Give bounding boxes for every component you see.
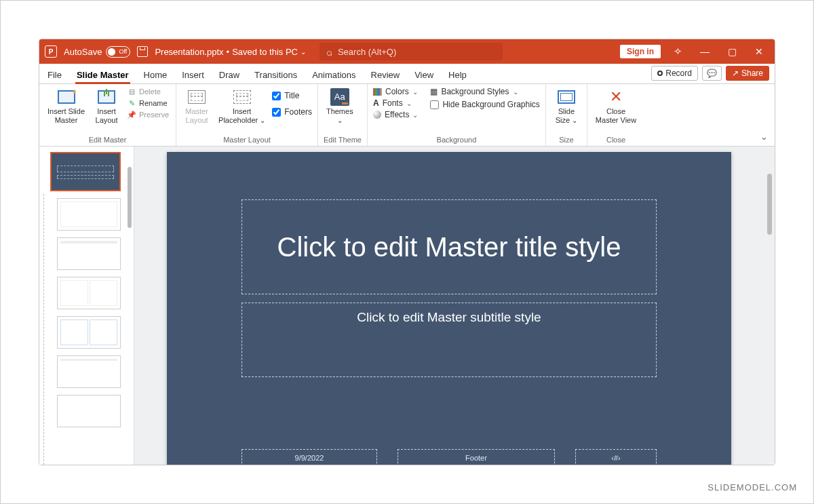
- rename-button[interactable]: ✎Rename: [125, 98, 170, 108]
- thumb-layout-4[interactable]: [57, 316, 121, 349]
- thumb-connector: [43, 194, 44, 465]
- delete-button: ⊟Delete: [125, 87, 170, 96]
- tab-file[interactable]: File: [46, 66, 63, 83]
- title-checkbox-label: Title: [284, 91, 299, 100]
- collapse-ribbon-button[interactable]: ⌄: [760, 132, 768, 142]
- insert-slide-master-button[interactable]: Insert Slide Master: [45, 87, 88, 125]
- share-button[interactable]: ↗Share: [726, 66, 769, 81]
- title-placeholder[interactable]: Click to edit Master title style: [241, 199, 657, 294]
- ribbon-tabs: File Slide Master Home Insert Draw Trans…: [39, 64, 775, 84]
- preserve-label: Preserve: [139, 111, 169, 119]
- slide-size-icon: [558, 90, 575, 104]
- thumb-scrollbar[interactable]: [128, 167, 132, 228]
- footer-placeholder[interactable]: Footer: [398, 449, 555, 465]
- search-box[interactable]: Search (Alt+Q): [319, 43, 503, 60]
- search-placeholder: Search (Alt+Q): [338, 47, 396, 57]
- slide-master-canvas[interactable]: Click to edit Master title style Click t…: [167, 152, 731, 465]
- hide-bg-checkbox-input[interactable]: [430, 100, 439, 109]
- title-checkbox-input[interactable]: [272, 92, 281, 100]
- thumb-line: [57, 175, 114, 179]
- preserve-button: 📌Preserve: [125, 110, 170, 119]
- tab-view[interactable]: View: [413, 66, 435, 83]
- record-label: Record: [665, 69, 692, 78]
- preserve-icon: 📌: [127, 111, 136, 119]
- insert-layout-button[interactable]: Insert Layout: [92, 87, 121, 125]
- effects-label: Effects: [385, 110, 409, 119]
- group-label-edit-theme: Edit Theme: [324, 135, 362, 144]
- autosave-label: AutoSave: [64, 47, 102, 57]
- autosave-control[interactable]: AutoSave Off: [64, 46, 130, 58]
- maximize-button[interactable]: ▢: [722, 46, 742, 57]
- thumbnail-panel[interactable]: [39, 147, 134, 465]
- group-label-edit-master: Edit Master: [45, 135, 170, 144]
- title-checkbox[interactable]: Title: [272, 90, 312, 102]
- close-master-label: Close Master View: [596, 107, 636, 124]
- bg-styles-icon: ▦: [430, 87, 438, 96]
- minimize-button[interactable]: —: [695, 46, 715, 57]
- thumb-layout-2[interactable]: [57, 237, 121, 270]
- master-layout-button: Master Layout: [182, 87, 212, 125]
- rename-icon: ✎: [127, 99, 136, 107]
- comments-button[interactable]: 💬: [702, 66, 722, 81]
- share-icon: ↗: [732, 69, 739, 78]
- thumb-master[interactable]: [50, 152, 121, 191]
- group-background: Colors AFonts Effects ▦Background Styles…: [368, 84, 546, 146]
- document-title[interactable]: Presentation.pptx • Saved to this PC ⌄: [155, 47, 306, 57]
- footers-checkbox[interactable]: Footers: [272, 106, 312, 118]
- tab-help[interactable]: Help: [447, 66, 468, 83]
- save-icon[interactable]: [137, 46, 148, 57]
- group-size: Slide Size ⌄ Size: [546, 84, 587, 146]
- edit-master-small-buttons: ⊟Delete ✎Rename 📌Preserve: [125, 87, 170, 119]
- fonts-button[interactable]: AFonts: [373, 98, 418, 108]
- thumb-layout-3[interactable]: [57, 277, 121, 309]
- slide-size-button[interactable]: Slide Size ⌄: [551, 87, 581, 125]
- tab-slide-master[interactable]: Slide Master: [75, 66, 130, 83]
- footers-checkbox-input[interactable]: [272, 108, 281, 117]
- background-right-column: ▦Background Styles Hide Background Graph…: [430, 87, 539, 111]
- tab-home[interactable]: Home: [142, 66, 169, 83]
- insert-layout-icon: [98, 90, 115, 104]
- insert-slide-master-label: Insert Slide Master: [47, 107, 85, 124]
- coming-soon-icon[interactable]: ✧: [667, 45, 688, 58]
- close-master-view-button[interactable]: ✕ Close Master View: [593, 87, 639, 125]
- effects-button[interactable]: Effects: [373, 110, 418, 119]
- signin-button[interactable]: Sign in: [620, 45, 661, 58]
- master-layout-label: Master Layout: [185, 107, 208, 124]
- tab-animations[interactable]: Animations: [311, 66, 357, 83]
- fonts-icon: A: [373, 98, 379, 108]
- watermark: SLIDEMODEL.COM: [708, 482, 797, 492]
- tab-review[interactable]: Review: [370, 66, 402, 83]
- tab-draw[interactable]: Draw: [218, 66, 241, 83]
- group-edit-master: Insert Slide Master Insert Layout ⊟Delet…: [39, 84, 176, 146]
- hide-bg-checkbox[interactable]: Hide Background Graphics: [430, 98, 539, 111]
- colors-icon: [373, 88, 382, 96]
- thumb-layout-5[interactable]: [57, 355, 121, 388]
- insert-placeholder-button[interactable]: Insert Placeholder ⌄: [216, 87, 268, 125]
- colors-button[interactable]: Colors: [373, 87, 418, 96]
- slide-canvas-area[interactable]: Click to edit Master title style Click t…: [134, 147, 775, 465]
- colors-label: Colors: [385, 87, 409, 96]
- workspace: Click to edit Master title style Click t…: [39, 147, 775, 465]
- thumb-layout-6[interactable]: [57, 395, 121, 427]
- background-styles-button[interactable]: ▦Background Styles: [430, 87, 539, 96]
- layout-checkboxes: Title Footers: [272, 87, 312, 118]
- group-label-background: Background: [373, 135, 540, 144]
- slide-number-placeholder[interactable]: ‹#›: [575, 449, 657, 465]
- autosave-toggle[interactable]: Off: [106, 46, 130, 58]
- hide-bg-label: Hide Background Graphics: [442, 100, 539, 109]
- group-label-master-layout: Master Layout: [182, 135, 312, 144]
- autosave-state: Off: [119, 48, 128, 55]
- record-button[interactable]: Record: [651, 66, 698, 81]
- title-bar: P AutoSave Off Presentation.pptx • Saved…: [39, 39, 775, 64]
- themes-button[interactable]: Aa Themes⌄: [324, 87, 356, 125]
- close-window-button[interactable]: ✕: [749, 46, 769, 57]
- subtitle-placeholder[interactable]: Click to edit Master subtitle style: [241, 303, 657, 377]
- date-placeholder[interactable]: 9/9/2022: [241, 449, 377, 465]
- tab-insert[interactable]: Insert: [180, 66, 206, 83]
- delete-label: Delete: [139, 88, 161, 96]
- thumb-line: [57, 166, 114, 172]
- tab-transitions[interactable]: Transitions: [253, 66, 298, 83]
- canvas-scrollbar[interactable]: [767, 174, 772, 235]
- background-left-column: Colors AFonts Effects: [373, 87, 418, 119]
- thumb-layout-1[interactable]: [57, 198, 121, 231]
